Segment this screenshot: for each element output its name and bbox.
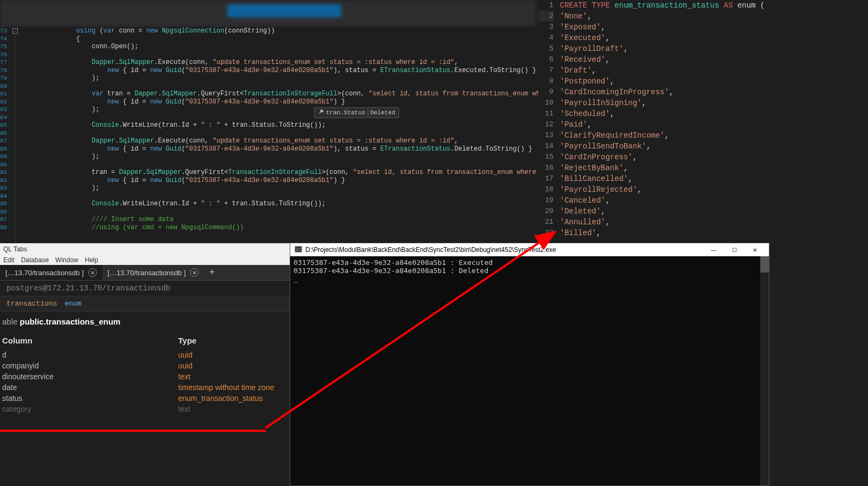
console-titlebar[interactable]: C:\ D:\Projects\ModulBank\BackEnd\BackEn… (290, 243, 769, 256)
console-line: 03175387-e43a-4d3e-9e32-a84e0208a5b1 : D… (293, 267, 766, 275)
column-name: dinouterservice (2, 371, 178, 382)
column-header: Column (2, 336, 178, 345)
column-name: category (2, 404, 178, 414)
crumb-schema: transactions (6, 300, 57, 308)
window-title: QL Tabs (0, 243, 290, 255)
tooltip-value: Deleted (370, 109, 395, 116)
line-gutter: 7374757677787980818283848586878889909192… (0, 27, 11, 244)
code-area[interactable]: CREATE TYPE enum_transaction_status AS e… (558, 0, 868, 241)
csharp-editor[interactable]: 7374757677787980818283848586878889909192… (0, 27, 536, 244)
close-button[interactable]: ✕ (745, 244, 765, 255)
qltabs-window: QL Tabs EditDatabaseWindowHelp […13.70/t… (0, 243, 290, 486)
tab-connection-1[interactable]: […13.70/transactionsdb ] ✕ (0, 265, 102, 280)
wrench-icon (318, 109, 324, 116)
debug-tooltip: tran.Status Deleted (314, 107, 399, 118)
column-type: uuid (178, 360, 288, 371)
menu-item-window[interactable]: Window (55, 256, 79, 264)
menu-item-database[interactable]: Database (21, 256, 49, 264)
console-window: C:\ D:\Projects\ModulBank\BackEnd\BackEn… (290, 243, 769, 486)
column-name: date (2, 382, 178, 393)
scrollbar[interactable] (760, 256, 769, 485)
column-type: text (178, 371, 288, 382)
column-type: text (178, 404, 288, 414)
sql-editor[interactable]: 12345678910111213141516171819202122 CREA… (539, 0, 868, 241)
connection-address[interactable]: postgres@172.21.13.70/transactionsdb (0, 281, 290, 296)
scrollbar-thumb[interactable] (760, 256, 769, 273)
column-name: status (2, 393, 178, 404)
cmd-icon: C:\ (295, 245, 302, 255)
blurred-tab-strip (0, 0, 536, 27)
menu-bar: EditDatabaseWindowHelp (0, 255, 290, 265)
minimize-button[interactable]: — (704, 244, 723, 255)
tab-label: […13.70/transactionsdb ] (108, 269, 186, 277)
table-heading: able public.transactions_enum (2, 317, 288, 326)
close-icon[interactable]: ✕ (190, 268, 199, 277)
column-type: uuid (178, 349, 288, 360)
maximize-button[interactable]: ☐ (725, 244, 744, 255)
column-type: timestamp without time zone (178, 382, 288, 393)
code-area[interactable]: using (var conn = new NpgsqlConnection(c… (11, 27, 595, 244)
breadcrumb[interactable]: transactions enum (0, 296, 290, 312)
svg-text:C:\: C:\ (296, 247, 301, 251)
line-gutter: 12345678910111213141516171819202122 (539, 0, 558, 241)
tab-connection-2[interactable]: […13.70/transactionsdb ] ✕ (102, 265, 205, 280)
columns-grid: ColumnTypeduuidcompanyiduuiddinouterserv… (2, 336, 288, 414)
type-header: Type (178, 336, 288, 345)
annotation-underline (0, 430, 266, 432)
add-tab-button[interactable]: + (204, 268, 220, 277)
crumb-object: enum (64, 300, 81, 308)
console-output[interactable]: 03175387-e43a-4d3e-9e32-a84e0208a5b1 : E… (290, 256, 769, 485)
column-name: d (2, 349, 178, 360)
column-type: enum_transaction_status (178, 393, 288, 404)
cursor: _ (293, 275, 766, 283)
tab-label: […13.70/transactionsdb ] (5, 269, 84, 277)
close-icon[interactable]: ✕ (88, 268, 97, 277)
tab-strip: […13.70/transactionsdb ] ✕ […13.70/trans… (0, 265, 290, 281)
console-title: D:\Projects\ModulBank\BackEnd\BackEnd\Sy… (305, 246, 556, 254)
console-line: 03175387-e43a-4d3e-9e32-a84e0208a5b1 : E… (293, 258, 766, 267)
menu-item-edit[interactable]: Edit (3, 256, 15, 264)
tooltip-field: tran.Status (326, 109, 366, 116)
column-name: companyid (2, 360, 178, 371)
table-details: able public.transactions_enum ColumnType… (0, 312, 290, 420)
menu-item-help[interactable]: Help (85, 256, 99, 264)
